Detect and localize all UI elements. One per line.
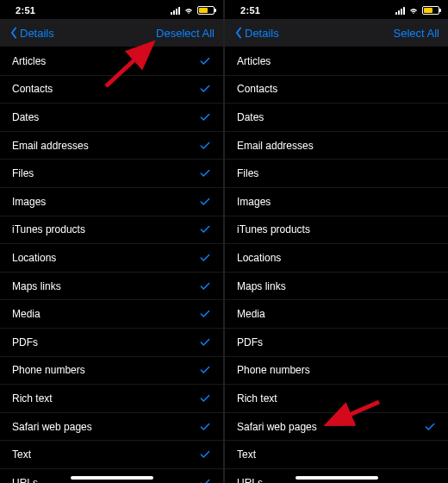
row-label: iTunes products <box>12 223 85 235</box>
checkmark-icon <box>199 477 211 483</box>
select-all-button[interactable]: Select All <box>394 27 439 40</box>
row-label: Maps links <box>237 280 286 292</box>
row-label: Files <box>237 167 258 179</box>
deselect-all-button[interactable]: Deselect All <box>156 27 215 40</box>
row-label: Articles <box>12 55 46 67</box>
back-button[interactable]: Details <box>233 27 279 40</box>
row-label: PDFs <box>237 336 263 348</box>
chevron-left-icon <box>233 27 244 39</box>
list-row[interactable]: Files <box>0 160 223 188</box>
row-label: Images <box>12 196 46 208</box>
checkmark-icon <box>199 196 211 208</box>
status-time: 2:51 <box>240 5 260 16</box>
content-type-list: ArticlesContactsDatesEmail addressesFile… <box>0 47 223 483</box>
row-label: Media <box>237 308 265 320</box>
row-label: Articles <box>237 55 271 67</box>
status-time: 2:51 <box>16 5 35 16</box>
row-label: PDFs <box>12 336 38 348</box>
battery-icon <box>197 6 215 15</box>
row-label: Safari web pages <box>237 421 317 433</box>
list-row[interactable]: Safari web pages <box>0 413 223 442</box>
list-row[interactable]: Files <box>225 160 448 188</box>
list-row[interactable]: Locations <box>0 244 223 273</box>
checkmark-icon <box>199 280 211 292</box>
checkmark-icon <box>199 55 211 67</box>
status-indicators <box>395 5 439 16</box>
phone-right: 2:51 Details Select All ArticlesContacts… <box>225 0 448 483</box>
row-label: Safari web pages <box>12 421 92 433</box>
list-row[interactable]: Contacts <box>0 76 223 104</box>
home-indicator <box>296 476 378 480</box>
list-row[interactable]: Rich text <box>0 385 223 413</box>
content-type-list: ArticlesContactsDatesEmail addressesFile… <box>225 47 448 483</box>
row-label: Email addresses <box>237 140 314 152</box>
row-label: Locations <box>12 252 56 264</box>
list-row[interactable]: iTunes products <box>0 216 223 245</box>
home-indicator <box>71 476 153 480</box>
row-label: Dates <box>237 111 264 123</box>
checkmark-icon <box>199 223 211 235</box>
checkmark-icon <box>199 392 211 405</box>
row-label: Text <box>12 448 31 461</box>
checkmark-icon <box>199 252 211 264</box>
row-label: Contacts <box>12 83 53 95</box>
back-label: Details <box>245 27 279 40</box>
checkmark-icon <box>199 167 211 179</box>
list-row[interactable]: Maps links <box>225 273 448 301</box>
list-row[interactable]: Contacts <box>225 76 448 104</box>
row-label: Rich text <box>237 392 277 405</box>
status-indicators <box>171 5 215 16</box>
row-label: Maps links <box>12 280 61 292</box>
wifi-icon <box>184 5 194 16</box>
row-label: Locations <box>237 252 281 264</box>
list-row[interactable]: Email addresses <box>225 132 448 160</box>
list-row[interactable]: iTunes products <box>225 216 448 245</box>
list-row[interactable]: Dates <box>225 104 448 132</box>
back-button[interactable]: Details <box>9 27 54 40</box>
cellular-icon <box>171 7 180 15</box>
list-row[interactable]: Dates <box>0 104 223 132</box>
row-label: Media <box>12 308 40 320</box>
cellular-icon <box>395 7 405 15</box>
row-label: Text <box>237 448 256 461</box>
status-bar: 2:51 <box>225 0 448 19</box>
row-label: URLs <box>237 477 263 483</box>
checkmark-icon <box>199 448 211 461</box>
row-label: iTunes products <box>237 223 310 235</box>
list-row[interactable]: Articles <box>225 47 448 76</box>
row-label: Dates <box>12 111 39 123</box>
checkmark-icon <box>199 364 211 376</box>
row-label: Phone numbers <box>12 364 85 376</box>
row-label: URLs <box>12 477 38 483</box>
status-bar: 2:51 <box>0 0 223 19</box>
checkmark-icon <box>199 140 211 152</box>
list-row[interactable]: Maps links <box>0 273 223 301</box>
row-label: Contacts <box>237 83 277 95</box>
row-label: Rich text <box>12 392 53 405</box>
list-row[interactable]: Locations <box>225 244 448 273</box>
list-row[interactable]: Phone numbers <box>225 357 448 386</box>
list-row[interactable]: Media <box>0 300 223 329</box>
list-row[interactable]: Images <box>225 188 448 216</box>
list-row[interactable]: Safari web pages <box>225 413 448 442</box>
row-label: Phone numbers <box>237 364 310 376</box>
row-label: Email addresses <box>12 140 89 152</box>
checkmark-icon <box>199 308 211 320</box>
list-row[interactable]: Text <box>225 441 448 469</box>
list-row[interactable]: Images <box>0 188 223 216</box>
list-row[interactable]: PDFs <box>0 329 223 357</box>
list-row[interactable]: Rich text <box>225 385 448 413</box>
list-row[interactable]: Media <box>225 300 448 329</box>
checkmark-icon <box>199 421 211 433</box>
list-row[interactable]: Email addresses <box>0 132 223 160</box>
row-label: Images <box>237 196 271 208</box>
nav-bar: Details Deselect All <box>0 19 223 47</box>
list-row[interactable]: PDFs <box>225 329 448 357</box>
battery-icon <box>422 6 439 15</box>
list-row[interactable]: Phone numbers <box>0 357 223 386</box>
row-label: Files <box>12 167 34 179</box>
nav-bar: Details Select All <box>225 19 448 47</box>
list-row[interactable]: Articles <box>0 47 223 76</box>
back-label: Details <box>20 27 54 40</box>
list-row[interactable]: Text <box>0 441 223 469</box>
